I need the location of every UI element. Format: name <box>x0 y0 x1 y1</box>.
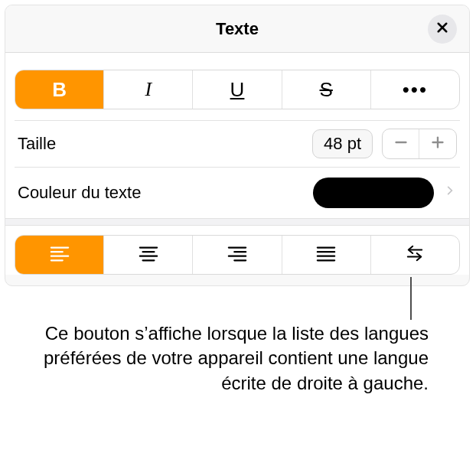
size-stepper <box>382 129 457 159</box>
callout-text: Ce bouton s’affiche lorsque la liste des… <box>15 300 444 396</box>
minus-icon <box>393 134 409 154</box>
align-right-icon <box>227 243 247 267</box>
rtl-direction-icon <box>405 243 425 267</box>
align-justify-button[interactable] <box>282 236 371 274</box>
text-color-row[interactable]: Couleur du texte <box>15 168 460 218</box>
group-divider <box>5 218 469 226</box>
close-button[interactable] <box>428 15 457 44</box>
text-style-segmented: B I U S ••• <box>15 70 460 109</box>
strikethrough-button[interactable]: S <box>282 70 371 109</box>
callout-leader-line <box>410 277 412 320</box>
text-color-label: Couleur du texte <box>18 183 313 203</box>
close-icon <box>435 21 449 37</box>
align-left-button[interactable] <box>15 236 104 274</box>
more-styles-button[interactable]: ••• <box>371 70 459 109</box>
plus-icon <box>429 134 446 154</box>
titlebar: Texte <box>5 5 469 53</box>
size-value-field[interactable]: 48 pt <box>312 129 373 158</box>
bold-button[interactable]: B <box>15 70 104 109</box>
align-center-icon <box>139 243 158 267</box>
size-decrement-button[interactable] <box>383 129 419 158</box>
align-left-icon <box>50 243 70 267</box>
text-color-swatch[interactable] <box>313 178 434 208</box>
align-right-button[interactable] <box>193 236 282 274</box>
align-center-button[interactable] <box>104 236 193 274</box>
callout: Ce bouton s’affiche lorsque la liste des… <box>15 300 444 396</box>
panel-content: B I U S ••• Taille 48 pt <box>5 53 469 275</box>
panel-title: Texte <box>216 19 259 39</box>
chevron-right-icon <box>445 182 455 204</box>
size-label: Taille <box>18 134 312 154</box>
underline-button[interactable]: U <box>193 70 282 109</box>
text-direction-button[interactable] <box>371 236 459 274</box>
text-format-panel: Texte B I U S ••• Taille 48 pt <box>5 5 470 286</box>
alignment-segmented <box>15 235 460 275</box>
italic-button[interactable]: I <box>104 70 193 109</box>
size-increment-button[interactable] <box>419 129 456 158</box>
size-row: Taille 48 pt <box>15 120 460 168</box>
align-justify-icon <box>316 243 336 267</box>
